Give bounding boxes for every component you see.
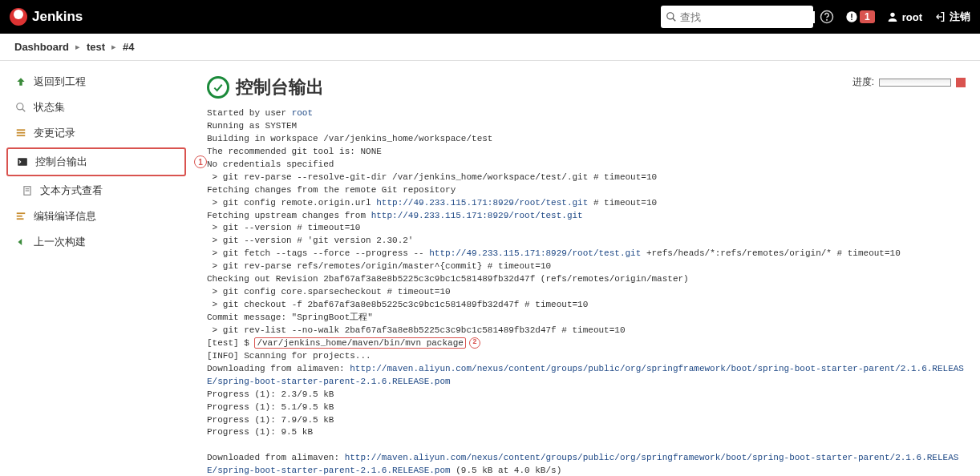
progress-bar (879, 79, 951, 87)
sidebar-item-label: 变更记录 (34, 126, 75, 140)
svg-line-1 (673, 18, 676, 22)
success-check-icon (207, 76, 229, 99)
search-icon (14, 101, 27, 114)
svg-rect-6 (851, 19, 852, 20)
alert-icon (845, 10, 858, 23)
stop-button[interactable] (956, 78, 966, 87)
progress-row: 进度: (852, 75, 966, 89)
sidebar-item-changes[interactable]: 变更记录 (6, 120, 186, 146)
sidebar-item-plaintext[interactable]: 文本方式查看 (6, 178, 186, 204)
logout-icon (933, 10, 946, 23)
brand-area[interactable]: Jenkins (10, 8, 83, 26)
svg-line-10 (22, 109, 26, 112)
left-arrow-icon (14, 236, 27, 248)
svg-point-7 (890, 13, 894, 17)
main-content: 进度: 控制台输出 Started by user root Running a… (192, 61, 980, 476)
console-link-git-url[interactable]: http://49.233.115.171:8929/root/test.git (429, 248, 641, 258)
top-header: Jenkins 1 root 注销 (0, 0, 980, 34)
up-arrow-icon (14, 75, 27, 88)
svg-rect-14 (18, 158, 27, 165)
sidebar-item-label: 返回到工程 (34, 75, 86, 89)
svg-rect-11 (17, 129, 26, 131)
breadcrumb-item-dashboard[interactable]: Dashboard (14, 41, 69, 53)
highlighted-command: /var/jenkins_home/maven/bin/mvn package (254, 337, 465, 349)
sidebar-item-back[interactable]: 返回到工程 (6, 69, 186, 95)
alert-count: 1 (860, 10, 875, 23)
username: root (902, 11, 922, 23)
alert-button[interactable]: 1 (845, 10, 875, 23)
breadcrumb: Dashboard ▸ test ▸ #4 (0, 34, 980, 61)
logout-button[interactable]: 注销 (933, 10, 970, 24)
breadcrumb-item-build[interactable]: #4 (123, 41, 134, 53)
console-output: Started by user root Running as SYSTEM B… (207, 107, 966, 476)
sidebar-item-label: 状态集 (34, 100, 65, 115)
sidebar: 返回到工程 状态集 变更记录 控制台输出 1 文本方式查看 编辑编译信息 上 (0, 61, 192, 476)
user-menu[interactable]: root (886, 10, 922, 23)
svg-rect-18 (17, 212, 26, 214)
svg-point-9 (17, 103, 23, 110)
svg-rect-19 (17, 216, 22, 217)
sidebar-item-prev-build[interactable]: 上一次构建 (6, 229, 186, 255)
help-icon[interactable] (820, 10, 834, 24)
logout-label: 注销 (950, 10, 970, 24)
terminal-icon (16, 155, 29, 168)
search-input[interactable] (677, 11, 815, 23)
list-icon (14, 127, 27, 139)
brand-text: Jenkins (32, 9, 83, 25)
sidebar-item-editinfo[interactable]: 编辑编译信息 (6, 204, 186, 229)
sidebar-highlight: 控制台输出 1 (6, 147, 186, 176)
svg-point-0 (667, 13, 674, 19)
console-link-user[interactable]: root (292, 108, 313, 118)
sidebar-item-label: 编辑编译信息 (34, 209, 96, 224)
progress-label: 进度: (852, 75, 874, 89)
edit-icon (14, 210, 27, 223)
svg-rect-12 (17, 132, 26, 134)
jenkins-logo-icon (10, 8, 27, 26)
document-icon (21, 184, 34, 197)
svg-rect-13 (17, 135, 26, 136)
search-box[interactable] (661, 6, 813, 28)
console-link-git-url[interactable]: http://49.233.115.171:8929/root/test.git (376, 198, 588, 208)
sidebar-item-label: 控制台输出 (35, 155, 87, 169)
sidebar-item-label: 上一次构建 (34, 235, 86, 249)
breadcrumb-item-test[interactable]: test (87, 41, 105, 53)
svg-rect-20 (17, 218, 24, 220)
svg-point-3 (827, 19, 828, 20)
annotation-marker-2: 2 (469, 337, 480, 349)
sidebar-item-label: 文本方式查看 (40, 184, 103, 198)
chevron-right-icon: ▸ (111, 42, 116, 52)
page-title: 控制台输出 (236, 75, 324, 99)
sidebar-item-status[interactable]: 状态集 (6, 95, 186, 120)
chevron-right-icon: ▸ (75, 42, 80, 52)
svg-rect-5 (851, 14, 852, 18)
console-link-git-url[interactable]: http://49.233.115.171:8929/root/test.git (371, 211, 583, 220)
user-icon (886, 10, 899, 23)
search-icon (666, 11, 677, 22)
sidebar-item-console[interactable]: 控制台输出 (8, 149, 184, 175)
